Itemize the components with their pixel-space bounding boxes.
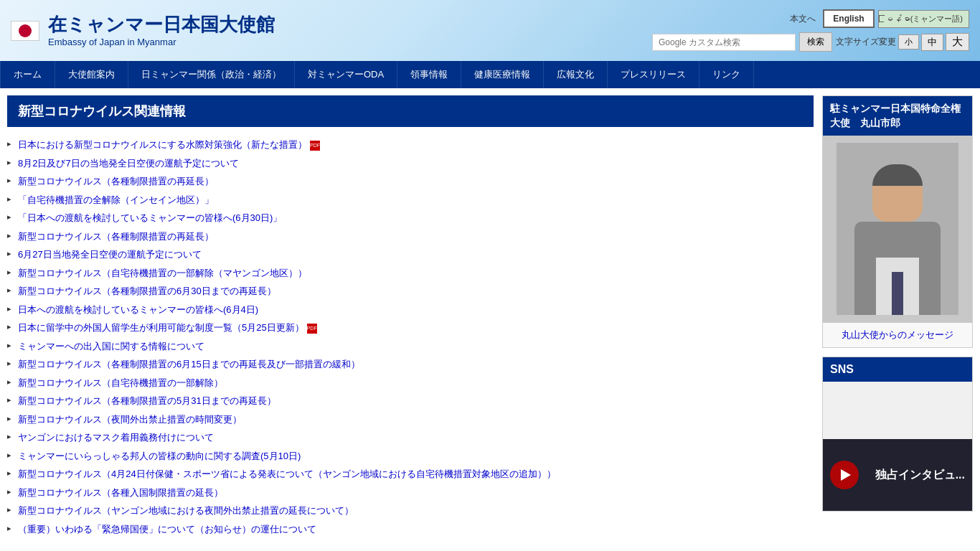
video-thumbnail[interactable]: 独占インタビュ...: [823, 439, 972, 511]
english-lang-button[interactable]: English: [823, 9, 874, 28]
sns-heading: SNS: [823, 357, 972, 382]
content-area: 新型コロナウイルス関連情報 日本における新型コロナウイルスにする水際対策強化（新…: [7, 95, 822, 538]
list-item: ヤンゴンにおけるマスク着用義務付けについて: [7, 428, 814, 447]
list-item: 新型コロナウイルス（自宅待機措置の一部解除）: [7, 374, 814, 392]
article-text: ミャンマーへの出入国に関する情報について: [18, 341, 204, 352]
amb-tie: [892, 272, 903, 315]
list-item: 新型コロナウイルス（ヤンゴン地域における夜間外出禁止措置の延長について）: [7, 501, 814, 520]
nav-item-culture[interactable]: 広報文化: [544, 61, 608, 88]
ambassador-message-link[interactable]: 丸山大使からのメッセージ: [823, 322, 972, 347]
article-text: 新型コロナウイルス（ヤンゴン地域における夜間外出禁止措置の延長について）: [18, 505, 354, 516]
search-row: 検索 文字サイズ変更 小 中 大: [652, 32, 969, 52]
nav-item-consular[interactable]: 領事情報: [397, 61, 461, 88]
nav-item-health[interactable]: 健康医療情報: [461, 61, 544, 88]
site-title-japanese: 在ミャンマー日本国大使館: [48, 14, 275, 36]
header-right: 本文へ English မြန်မာ(ミャンマー語) 検索 文字サイズ変更 小 …: [652, 9, 969, 52]
honbun-link[interactable]: 本文へ: [790, 13, 816, 25]
list-item: 新型コロナウイルス（4月24日付保健・スポーツ省による発表について（ヤンゴン地域…: [7, 465, 814, 484]
article-text: 6月27日当地発全日空便の運航予定について: [18, 249, 202, 260]
article-link[interactable]: 新型コロナウイルス（各種制限措置の再延長）: [18, 176, 214, 187]
article-text: 新型コロナウイルス（自宅待機措置の一部解除）: [18, 377, 223, 388]
article-text: 新型コロナウイルス（各種制限措置の6月30日までの再延長）: [18, 286, 276, 296]
article-text: 新型コロナウイルス（4月24日付保健・スポーツ省による発表について（ヤンゴン地域…: [18, 468, 556, 479]
japan-flag-icon: [11, 21, 39, 41]
article-text: ヤンゴンにおけるマスク着用義務付けについて: [18, 432, 214, 443]
search-input[interactable]: [652, 34, 796, 51]
article-link[interactable]: 日本への渡航を検討しているミャンマーの皆様へ(6月4日): [18, 304, 258, 315]
sidebar: 駐ミャンマー日本国特命全権大使 丸山市郎 丸山大使からのメッセージ SNS: [822, 95, 973, 538]
main-container: 新型コロナウイルス関連情報 日本における新型コロナウイルスにする水際対策強化（新…: [0, 88, 980, 545]
ambassador-box: 駐ミャンマー日本国特命全権大使 丸山市郎 丸山大使からのメッセージ: [822, 95, 973, 348]
article-text: 新型コロナウイルス（自宅待機措置の一部解除（マヤンゴン地区））: [18, 268, 307, 278]
font-size-small-button[interactable]: 小: [898, 34, 919, 50]
nav-item-press[interactable]: プレスリリース: [608, 61, 699, 88]
site-title: 在ミャンマー日本国大使館 Embassy of Japan in Myanmar: [48, 14, 275, 47]
article-link[interactable]: 日本に留学中の外国人留学生が利用可能な制度一覧（5月25日更新）: [18, 322, 304, 333]
pdf-icon: PDF: [310, 141, 320, 151]
sns-content: [823, 382, 972, 439]
list-item: （重要）いわゆる「緊急帰国便」について（お知らせ）の運仕について: [7, 520, 814, 539]
list-item: 新型コロナウイルス（各種入国制限措置の延長）: [7, 484, 814, 502]
list-item: 6月27日当地発全日空便の運航予定について: [7, 245, 814, 264]
ambassador-figure: [837, 143, 958, 315]
section-heading: 新型コロナウイルス関連情報: [7, 95, 814, 127]
header: 在ミャンマー日本国大使館 Embassy of Japan in Myanmar…: [0, 0, 980, 61]
article-text: 新型コロナウイルス（各種入国制限措置の延長）: [18, 487, 223, 498]
article-link[interactable]: 「自宅待機措置の全解除（インセイン地区）」: [18, 194, 214, 205]
pdf-icon: PDF: [307, 324, 317, 334]
myanmar-lang-button[interactable]: မြန်မာ(ミャンマー語): [878, 10, 969, 28]
font-size-controls: 文字サイズ変更 小 中 大: [836, 33, 969, 51]
article-link[interactable]: 日本における新型コロナウイルスにする水際対策強化（新たな措置）: [18, 139, 307, 150]
ambassador-heading: 駐ミャンマー日本国特命全権大使 丸山市郎: [823, 96, 972, 136]
article-text: ミャンマーにいらっしゃる邦人の皆様の動向に関する調査(5月10日): [18, 451, 301, 461]
article-link[interactable]: 「日本への渡航を検討しているミャンマーの皆様へ(6月30日)」: [18, 212, 282, 223]
font-size-large-button[interactable]: 大: [946, 33, 969, 51]
nav-item-home[interactable]: ホーム: [0, 61, 55, 88]
nav-item-oda[interactable]: 対ミャンマーODA: [295, 61, 397, 88]
article-text: 新型コロナウイルス（各種制限措置の5月31日までの再延長）: [18, 395, 276, 406]
video-label: 独占インタビュ...: [875, 468, 965, 483]
font-size-label: 文字サイズ変更: [836, 36, 896, 48]
list-item: 8月2日及び7日の当地発全日空便の運航予定について: [7, 154, 814, 173]
list-item: 日本に留学中の外国人留学生が利用可能な制度一覧（5月25日更新）PDF: [7, 319, 814, 337]
article-text: 新型コロナウイルス（各種制限措置の6月15日までの再延長及び一部措置の緩和）: [18, 359, 360, 369]
list-item: 新型コロナウイルス（夜間外出禁止措置の時間変更）: [7, 410, 814, 429]
list-item: ミャンマーへの出入国に関する情報について: [7, 337, 814, 356]
font-size-mid-button[interactable]: 中: [921, 34, 943, 51]
list-item: 新型コロナウイルス（各種制限措置の6月15日までの再延長及び一部措置の緩和）: [7, 355, 814, 374]
video-play-button[interactable]: [830, 461, 859, 489]
list-item: 新型コロナウイルス（各種制限措置の再延長）: [7, 172, 814, 191]
sns-box: SNS 独占インタビュ...: [822, 357, 973, 512]
list-item: 新型コロナウイルス（各種制限措置の6月30日までの再延長）: [7, 282, 814, 301]
main-navigation: ホーム大使館案内日ミャンマー関係（政治・経済）対ミャンマーODA領事情報健康医療…: [0, 61, 980, 88]
list-item: 新型コロナウイルス（各種制限措置の再延長）: [7, 227, 814, 246]
article-text: 新型コロナウイルス（夜間外出禁止措置の時間変更）: [18, 414, 242, 425]
list-item: 「日本への渡航を検討しているミャンマーの皆様へ(6月30日)」: [7, 209, 814, 227]
list-item: 新型コロナウイルス（各種制限措置の5月31日までの再延長）: [7, 392, 814, 410]
nav-item-about[interactable]: 大使館案内: [55, 61, 128, 88]
language-switcher: 本文へ English မြန်မာ(ミャンマー語): [790, 9, 969, 28]
article-text: （重要）いわゆる「緊急帰国便」について（お知らせ）の運仕について: [18, 524, 316, 534]
header-left: 在ミャンマー日本国大使館 Embassy of Japan in Myanmar: [11, 14, 275, 47]
list-item: ミャンマーにいらっしゃる邦人の皆様の動向に関する調査(5月10日): [7, 447, 814, 466]
article-list: 日本における新型コロナウイルスにする水際対策強化（新たな措置）PDF8月2日及び…: [7, 136, 814, 538]
ambassador-image: [823, 136, 972, 322]
list-item: 日本における新型コロナウイルスにする水際対策強化（新たな措置）PDF: [7, 136, 814, 154]
nav-item-relations[interactable]: 日ミャンマー関係（政治・経済）: [128, 61, 295, 88]
search-button[interactable]: 検索: [799, 32, 832, 52]
list-item: 新型コロナウイルス（自宅待機措置の一部解除（マヤンゴン地区））: [7, 264, 814, 283]
article-text: 新型コロナウイルス（各種制限措置の再延長）: [18, 231, 214, 242]
nav-item-links[interactable]: リンク: [699, 61, 754, 88]
list-item: 「自宅待機措置の全解除（インセイン地区）」: [7, 191, 814, 209]
site-title-english: Embassy of Japan in Myanmar: [48, 37, 275, 47]
play-triangle-icon: [841, 469, 851, 481]
article-link[interactable]: 8月2日及び7日の当地発全日空便の運航予定について: [18, 158, 239, 169]
list-item: 日本への渡航を検討しているミャンマーの皆様へ(6月4日): [7, 301, 814, 319]
